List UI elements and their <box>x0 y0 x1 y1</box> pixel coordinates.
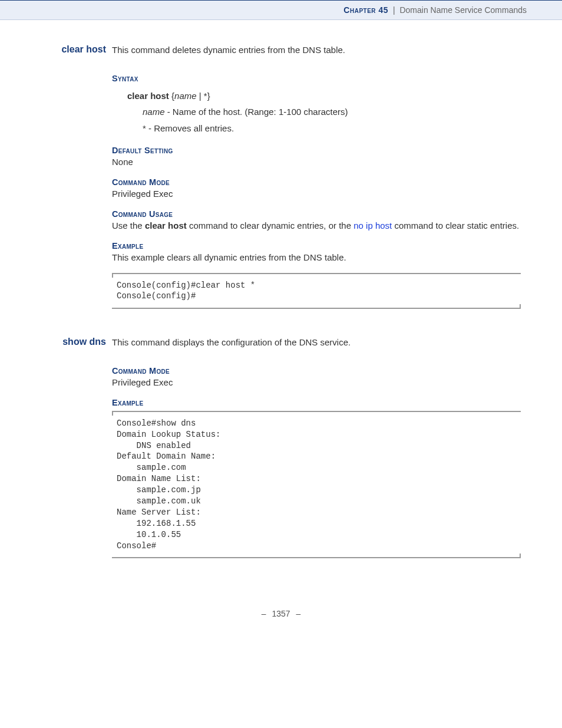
command-description: This command displays the configuration … <box>112 336 521 350</box>
syntax-params: name - Name of the host. (Range: 1-100 c… <box>143 104 521 137</box>
syntax-heading: Syntax <box>112 74 521 83</box>
syntax-command: clear host <box>127 91 169 101</box>
mode-value: Privileged Exec <box>112 187 521 201</box>
mode-heading: Command Mode <box>112 177 521 187</box>
chapter-label: Chapter 45 <box>343 5 388 15</box>
page-number: 1357 <box>272 609 290 618</box>
param-star: * - Removes all entries. <box>143 120 521 137</box>
command-body: This command displays the configuration … <box>112 336 521 562</box>
default-heading: Default Setting <box>112 146 521 155</box>
header-separator: | <box>393 5 395 15</box>
header-title: Domain Name Service Commands <box>399 5 527 15</box>
command-entry-show-dns: show dns This command displays the confi… <box>41 336 521 562</box>
example-code: Console(config)#clear host * Console(con… <box>112 273 521 309</box>
page-footer: – 1357 – <box>0 585 562 636</box>
example-lead: This example clears all dynamic entries … <box>112 251 521 265</box>
syntax-line: clear host {name | *} name - Name of the… <box>127 88 521 137</box>
example-heading: Example <box>112 241 521 251</box>
usage-text: Use the clear host command to clear dyna… <box>112 219 521 233</box>
mode-heading: Command Mode <box>112 366 521 375</box>
link-no-ip-host[interactable]: no ip host <box>353 220 392 230</box>
command-name: clear host <box>41 44 112 55</box>
example-code: Console#show dns Domain Lookup Status: D… <box>112 411 521 559</box>
command-entry-clear-host: clear host This command deletes dynamic … <box>41 44 521 312</box>
default-value: None <box>112 155 521 169</box>
page-header: Chapter 45 | Domain Name Service Command… <box>0 0 562 20</box>
command-name: show dns <box>41 336 112 347</box>
syntax-args: {name | *} <box>171 91 210 101</box>
command-body: This command deletes dynamic entries fro… <box>112 44 521 312</box>
page-content: clear host This command deletes dynamic … <box>0 20 562 562</box>
usage-heading: Command Usage <box>112 209 521 219</box>
mode-value: Privileged Exec <box>112 375 521 390</box>
example-heading: Example <box>112 398 521 407</box>
param-name: name - Name of the host. (Range: 1-100 c… <box>143 104 521 121</box>
command-description: This command deletes dynamic entries fro… <box>112 44 521 57</box>
